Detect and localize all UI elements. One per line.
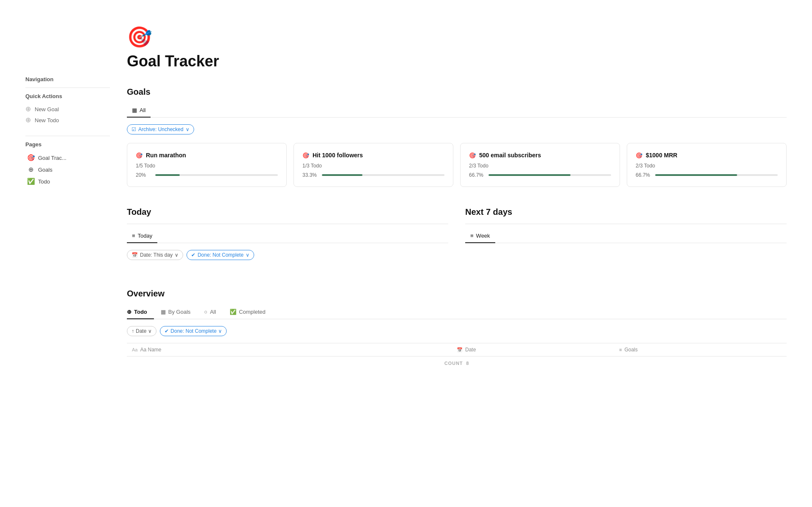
today-filter-bar: 📅 Date: This day ∨ ✔ Done: Not Complete …: [127, 250, 448, 260]
quick-actions: Quick Actions ⊕ New Goal ⊕ New Todo: [25, 93, 110, 126]
goals-section-title: Goals: [127, 87, 787, 97]
goal-percent-2: 66.7%: [469, 172, 485, 178]
done-filter[interactable]: ✔ Done: Not Complete ∨: [187, 250, 254, 260]
goal-card-1[interactable]: 🎯 Hit 1000 followers 1/3 Todo 33.3%: [294, 143, 453, 187]
todo-label: Todo: [38, 178, 50, 185]
chevron-down-icon: ∨: [186, 126, 189, 132]
next7-section: Next 7 days ≡ Week: [465, 207, 787, 269]
new-goal-action[interactable]: ⊕ New Goal: [25, 104, 110, 115]
progress-track-2: [488, 174, 611, 176]
sidebar-item-goals[interactable]: ⊕ Goals: [25, 164, 110, 175]
col-date: 📅 Date: [457, 347, 619, 353]
quick-actions-label: Quick Actions: [25, 93, 110, 99]
navigation-label: Navigation: [25, 76, 110, 82]
done-filter-icon: ✔: [165, 328, 169, 334]
today-tab[interactable]: ≡ Today: [127, 229, 157, 243]
goal-todo-count-0: 1/5 Todo: [136, 163, 278, 169]
overview-tab-completed[interactable]: ✅Completed: [230, 305, 272, 319]
goal-todo-count-1: 1/3 Todo: [302, 163, 444, 169]
goal-card-2[interactable]: 🎯 500 email subscribers 2/3 Todo 66.7%: [460, 143, 620, 187]
tab-icon-completed: ✅: [230, 309, 236, 315]
goal-percent-3: 66.7%: [636, 172, 652, 178]
goal-percent-0: 20%: [136, 172, 152, 178]
count-label: COUNT: [444, 361, 463, 366]
chevron-down-icon-done: ∨: [246, 252, 250, 258]
progress-fill-1: [322, 174, 362, 176]
goal-card-title-2: 🎯 500 email subscribers: [469, 152, 611, 159]
main-content: 🎯 Goal Tracker Goals ▦ All ☑ Archive: Un…: [127, 17, 787, 490]
today-tab-bar: ≡ Today: [127, 229, 448, 243]
goals-tab-bar: ▦ All: [127, 104, 787, 118]
plus-icon-2: ⊕: [25, 117, 32, 123]
goal-progress-0: 20%: [136, 172, 278, 178]
goal-percent-1: 33.3%: [302, 172, 318, 178]
goal-card-title-3: 🎯 $1000 MRR: [636, 152, 778, 159]
sidebar: Navigation Quick Actions ⊕ New Goal ⊕ Ne…: [25, 17, 110, 490]
overview-title: Overview: [127, 289, 787, 299]
count-bar: COUNT 8: [127, 356, 787, 367]
archive-filter[interactable]: ☑ Archive: Unchecked ∨: [127, 124, 194, 134]
today-title: Today: [127, 207, 448, 217]
sort-date-label: Date: [136, 328, 146, 334]
new-todo-action[interactable]: ⊕ New Todo: [25, 115, 110, 126]
done-overview-filter[interactable]: ✔ Done: Not Complete ∨: [160, 326, 227, 336]
goal-card-icon-2: 🎯: [469, 152, 476, 159]
todo-icon: ✅: [27, 178, 35, 185]
progress-track-1: [322, 174, 444, 176]
goals-icon: ⊕: [27, 166, 35, 173]
check-icon: ✔: [191, 252, 195, 258]
chevron-done: ∨: [218, 328, 222, 334]
goal-progress-2: 66.7%: [469, 172, 611, 178]
goal-progress-1: 33.3%: [302, 172, 444, 178]
chevron-sort: ∨: [148, 328, 152, 334]
overview-tabs: ⊕Todo▦By Goals○All✅Completed: [127, 305, 787, 319]
today-next7-section: Today ≡ Today 📅 Date: This day ∨ ✔: [127, 207, 787, 269]
goal-card-title-0: 🎯 Run marathon: [136, 152, 278, 159]
sort-icon: ↑: [132, 328, 134, 334]
progress-fill-0: [155, 174, 180, 176]
goals-tab-all[interactable]: ▦ All: [127, 104, 151, 118]
next7-title: Next 7 days: [465, 207, 787, 217]
progress-fill-2: [488, 174, 571, 176]
sidebar-item-goal-trac[interactable]: 🎯 Goal Trac...: [25, 152, 110, 164]
overview-tab-all[interactable]: ○All: [204, 305, 223, 319]
sort-filter-bar: ↑ Date ∨ ✔ Done: Not Complete ∨: [127, 326, 787, 336]
goal-todo-count-2: 2/3 Todo: [469, 163, 611, 169]
plus-icon: ⊕: [25, 106, 32, 112]
grid-icon: ▦: [132, 107, 137, 113]
progress-fill-3: [655, 174, 737, 176]
goals-filter-bar: ☑ Archive: Unchecked ∨: [127, 124, 787, 134]
app-header: 🎯 Goal Tracker: [127, 25, 787, 70]
overview-tab-by-goals[interactable]: ▦By Goals: [161, 305, 198, 319]
next7-tab-bar: ≡ Week: [465, 229, 787, 243]
col-name: Aa Aa Name: [132, 347, 457, 353]
chevron-down-icon-date: ∨: [175, 252, 178, 258]
goal-trac-icon: 🎯: [27, 154, 35, 162]
today-section: Today ≡ Today 📅 Date: This day ∨ ✔: [127, 207, 448, 269]
goal-trac-label: Goal Trac...: [38, 155, 66, 161]
goal-todo-count-3: 2/3 Todo: [636, 163, 778, 169]
goal-card-0[interactable]: 🎯 Run marathon 1/5 Todo 20%: [127, 143, 287, 187]
count-value: 8: [466, 361, 469, 366]
goal-card-3[interactable]: 🎯 $1000 MRR 2/3 Todo 66.7%: [627, 143, 787, 187]
sort-date-chip[interactable]: ↑ Date ∨: [127, 326, 156, 336]
date-col-icon: 📅: [457, 347, 463, 353]
goal-card-icon-0: 🎯: [136, 152, 143, 159]
goals-col-icon: ≡: [619, 347, 622, 352]
goals-label: Goals: [38, 167, 52, 173]
tab-icon-todo: ⊕: [127, 309, 132, 315]
week-tab[interactable]: ≡ Week: [465, 229, 495, 243]
progress-track-3: [655, 174, 778, 176]
sidebar-item-todo[interactable]: ✅ Todo: [25, 175, 110, 187]
goals-grid: 🎯 Run marathon 1/5 Todo 20% 🎯 Hit 1000 f…: [127, 143, 787, 187]
name-icon: Aa: [132, 347, 137, 352]
progress-track-0: [155, 174, 278, 176]
goal-card-icon-1: 🎯: [302, 152, 309, 159]
overview-tab-todo[interactable]: ⊕Todo: [127, 305, 154, 319]
tab-icon-all: ○: [204, 309, 208, 315]
goal-card-title-1: 🎯 Hit 1000 followers: [302, 152, 444, 159]
date-filter[interactable]: 📅 Date: This day ∨: [127, 250, 183, 260]
list-icon-week: ≡: [470, 233, 474, 239]
pages-section: Pages 🎯 Goal Trac... ⊕ Goals ✅ Todo: [25, 141, 110, 187]
calendar-icon: 📅: [132, 252, 138, 258]
